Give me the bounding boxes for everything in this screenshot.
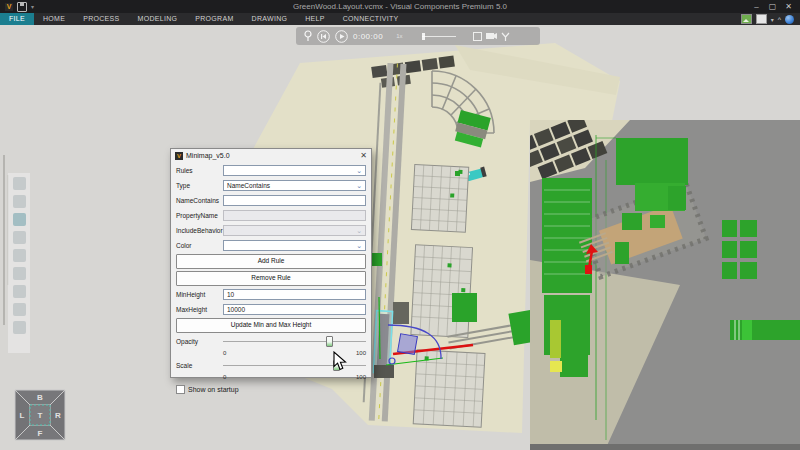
screenshot-icon[interactable]	[741, 14, 752, 24]
namecontains-input[interactable]	[223, 195, 366, 206]
speed-slider[interactable]	[422, 32, 456, 40]
dialog-logo-icon: V	[175, 152, 183, 160]
opacity-slider[interactable]	[223, 335, 366, 347]
maxheight-label: MaxHeight	[176, 306, 223, 313]
show-on-startup-label: Show on startup	[188, 386, 239, 393]
tool-icon[interactable]	[13, 303, 26, 316]
tab-home[interactable]: HOME	[34, 13, 74, 25]
window-title: GreenWood.Layout.vcmx - Visual Component…	[0, 2, 800, 11]
title-bar: V ▾ GreenWood.Layout.vcmx - Visual Compo…	[0, 0, 800, 13]
scale-max: 100	[356, 373, 366, 381]
statistics-icon[interactable]	[473, 32, 482, 41]
color-select[interactable]: ⌄	[223, 240, 366, 251]
tool-icon[interactable]	[13, 321, 26, 334]
minheight-label: MinHeight	[176, 291, 223, 298]
layout-panel-icon[interactable]	[756, 14, 767, 24]
tool-icon[interactable]	[13, 213, 26, 226]
includebehavior-label: IncludeBehavior	[176, 227, 223, 234]
simulation-speed: 1x	[396, 33, 402, 39]
opacity-max: 100	[356, 349, 366, 357]
record-pin-icon[interactable]	[304, 30, 312, 42]
tool-icon[interactable]	[13, 231, 26, 244]
includebehavior-select[interactable]: ⌄	[223, 225, 366, 236]
maxheight-input[interactable]: 10000	[223, 304, 366, 315]
tab-help[interactable]: HELP	[296, 13, 334, 25]
namecontains-label: NameContains	[176, 197, 223, 204]
ribbon-menu: FILE HOME PROCESS MODELING PROGRAM DRAWI…	[0, 13, 800, 25]
opacity-slider-handle[interactable]	[326, 336, 333, 347]
tab-drawing[interactable]: DRAWING	[243, 13, 297, 25]
remove-rule-button[interactable]: Remove Rule	[176, 271, 366, 286]
opacity-min: 0	[223, 349, 226, 357]
minimize-button[interactable]: –	[749, 1, 764, 12]
dialog-close-icon[interactable]: ✕	[360, 149, 367, 162]
tool-icon[interactable]	[13, 285, 26, 298]
tab-file[interactable]: FILE	[0, 13, 34, 25]
opacity-label: Opacity	[176, 338, 223, 345]
save-icon[interactable]	[17, 2, 27, 12]
tab-process[interactable]: PROCESS	[74, 13, 128, 25]
side-toolbar	[8, 173, 30, 353]
camera-icon[interactable]	[486, 32, 497, 40]
view-cube-top-label: T	[38, 411, 43, 420]
chevron-down-icon: ⌄	[356, 226, 362, 235]
collapse-ribbon-icon[interactable]: ^	[778, 16, 781, 23]
propertyname-input[interactable]	[223, 210, 366, 221]
connectivity-tree-icon[interactable]	[501, 32, 510, 41]
propertyname-label: PropertyName	[176, 212, 223, 219]
rules-label: Rules	[176, 167, 223, 174]
view-cube-right-label: R	[55, 411, 61, 420]
maximize-button[interactable]: ▢	[765, 1, 780, 12]
play-icon[interactable]	[335, 30, 348, 43]
panel-dropdown-icon[interactable]: ▾	[771, 16, 774, 23]
rules-select[interactable]: ⌄	[223, 165, 366, 176]
help-globe-icon[interactable]	[785, 15, 794, 24]
chevron-down-icon: ⌄	[356, 241, 362, 250]
view-cube-left-label: L	[20, 411, 25, 420]
dialog-titlebar[interactable]: V Minimap_v5.0 ✕	[171, 149, 371, 162]
tool-icon[interactable]	[13, 177, 26, 190]
view-cube-front-label: F	[38, 429, 43, 438]
tool-icon[interactable]	[13, 249, 26, 262]
color-label: Color	[176, 242, 223, 249]
add-rule-button[interactable]: Add Rule	[176, 254, 366, 269]
tool-icon[interactable]	[13, 195, 26, 208]
type-label: Type	[176, 182, 223, 189]
minimap-canvas	[530, 120, 800, 450]
tool-icon[interactable]	[13, 267, 26, 280]
viewport-3d[interactable]: 0:00:00 1x	[0, 25, 800, 450]
scale-label: Scale	[176, 362, 223, 369]
chevron-down-icon[interactable]: ▾	[31, 3, 34, 10]
view-cube[interactable]: B L T R F	[13, 388, 67, 442]
tab-modeling[interactable]: MODELING	[129, 13, 187, 25]
tab-program[interactable]: PROGRAM	[186, 13, 242, 25]
close-button[interactable]: ✕	[781, 1, 796, 12]
minheight-input[interactable]: 10	[223, 289, 366, 300]
minimap-overlay[interactable]	[530, 120, 800, 450]
simulation-time: 0:00:00	[353, 32, 383, 41]
view-cube-back-label: B	[37, 393, 43, 402]
scale-min: 0	[223, 373, 226, 381]
app-logo-icon[interactable]: V	[5, 3, 13, 11]
show-on-startup-checkbox[interactable]	[176, 385, 185, 394]
playback-bar: 0:00:00 1x	[296, 27, 540, 45]
update-minmax-button[interactable]: Update Min and Max Height	[176, 318, 366, 333]
type-select[interactable]: NameContains⌄	[223, 180, 366, 191]
quick-access-toolbar: V ▾	[0, 2, 34, 12]
chevron-down-icon: ⌄	[356, 181, 362, 190]
minimap-dialog: V Minimap_v5.0 ✕ Rules ⌄ Type NameContai…	[170, 148, 372, 378]
chevron-down-icon: ⌄	[356, 166, 362, 175]
reset-simulation-icon[interactable]	[317, 30, 330, 43]
dialog-title: Minimap_v5.0	[186, 152, 230, 159]
tab-connectivity[interactable]: CONNECTIVITY	[334, 13, 408, 25]
mouse-cursor	[333, 351, 347, 375]
